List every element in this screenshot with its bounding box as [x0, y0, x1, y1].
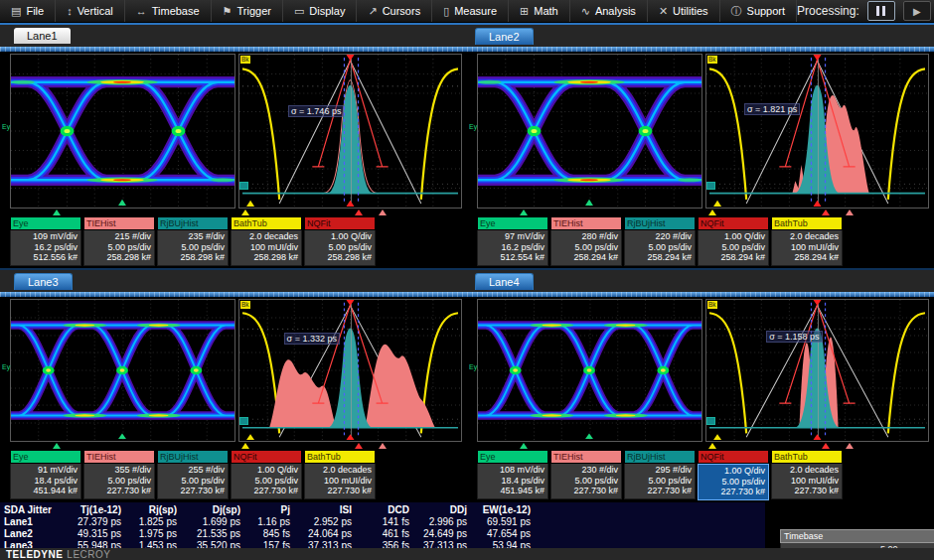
pause-button[interactable]: [867, 1, 895, 21]
tiehist-position-marker[interactable]: [846, 443, 854, 449]
lane4-separator-bar: [467, 292, 934, 297]
descriptor-values: 2.0 decades100 mUI/div227.730 k#: [304, 464, 376, 499]
table-row-lane1[interactable]: Lane1: [0, 516, 68, 528]
descriptor-values: 215 #/div5.00 ps/div258.298 k#: [83, 230, 155, 266]
lane2-tab-row: Lane2: [467, 25, 934, 47]
tab-lane4[interactable]: Lane4: [475, 273, 534, 290]
lane2-section: Lane2 Ey Bk σ = 1.821 ps Eye: [467, 23, 934, 266]
lane1-eye-diagram-panel[interactable]: Ey: [10, 54, 235, 209]
nqfit-position-marker[interactable]: [355, 443, 363, 449]
eye-position-marker[interactable]: [520, 443, 528, 449]
lane4-cursor-markers: [467, 442, 934, 450]
lane4-jitter-histogram-panel[interactable]: Bk σ = 1.158 ps: [705, 299, 929, 442]
menu-label: Measure: [454, 5, 497, 17]
descriptor-tiehist[interactable]: TIEHist 215 #/div5.00 ps/div258.298 k#: [83, 216, 155, 266]
timebase-title: Timebase: [780, 529, 934, 543]
descriptor-rjbujhist[interactable]: RjBUjHist 235 #/div5.00 ps/div258.298 k#: [157, 216, 229, 266]
lane3-descriptors: Eye 91 mV/div18.4 ps/div451.944 k# TIEHi…: [0, 450, 467, 499]
tiehist-position-marker[interactable]: [379, 210, 387, 215]
eye-position-marker[interactable]: [53, 210, 61, 215]
descriptor-title: RjBUjHist: [624, 450, 696, 464]
descriptor-eye[interactable]: Eye 91 mV/div18.4 ps/div451.944 k#: [10, 450, 81, 499]
nqfit-position-marker[interactable]: [355, 210, 363, 215]
cell: 2.952 ps: [294, 516, 356, 528]
cell: 1.16 ps: [244, 516, 294, 528]
descriptor-rjbujhist[interactable]: RjBUjHist 220 #/div5.00 ps/div258.294 k#: [624, 216, 696, 266]
descriptor-eye[interactable]: Eye 108 mV/div18.4 ps/div451.945 k#: [477, 450, 548, 500]
menu-file[interactable]: ▤File: [0, 0, 56, 22]
menu-label: Utilities: [673, 5, 707, 17]
descriptor-bathtub[interactable]: BathTub 2.0 decades100 mUI/div258.298 k#: [231, 216, 302, 266]
display-icon: ▭: [294, 5, 304, 18]
menu-timebase[interactable]: ↔Timebase: [125, 0, 212, 22]
table-row-lane2[interactable]: Lane2: [0, 528, 68, 540]
brand-lecroy: LECROY: [67, 549, 110, 560]
descriptor-tiehist[interactable]: TIEHist 280 #/div5.00 ps/div258.294 k#: [550, 216, 622, 266]
tiehist-position-marker[interactable]: [846, 210, 854, 215]
lane2-eye-diagram-panel[interactable]: Ey: [477, 54, 702, 209]
descriptor-tiehist[interactable]: TIEHist 230 #/div5.00 ps/div227.730 k#: [550, 450, 622, 500]
descriptor-bathtub[interactable]: BathTub 2.0 decades100 mUI/div227.730 k#: [771, 450, 843, 500]
tab-lane1[interactable]: Lane1: [14, 28, 71, 44]
tiehist-position-marker[interactable]: [379, 443, 387, 449]
lane3-jitter-histogram-panel[interactable]: Bk σ = 1.332 ps: [238, 299, 462, 442]
descriptor-nqfit[interactable]: NQFit 1.00 Q/div5.00 ps/div258.294 k#: [698, 216, 769, 266]
menu-analysis[interactable]: ∿Analysis: [570, 0, 648, 22]
lane1-cursor-markers: [0, 209, 467, 216]
bathtub-position-marker[interactable]: [708, 210, 716, 215]
nqfit-position-marker[interactable]: [822, 210, 830, 215]
descriptor-nqfit-selected[interactable]: NQFit 1.00 Q/div5.00 ps/div227.730 k#: [698, 450, 769, 500]
lane3-eye-diagram-panel[interactable]: Ey: [10, 299, 235, 442]
tab-lane3[interactable]: Lane3: [14, 273, 73, 290]
lane1-tab-row: Lane1: [0, 25, 467, 47]
menu-cursors[interactable]: ↗Cursors: [357, 0, 432, 22]
descriptor-tiehist[interactable]: TIEHist 355 #/div5.00 ps/div227.730 k#: [83, 450, 155, 499]
play-button[interactable]: ▶: [903, 1, 931, 21]
lane1-descriptors: Eye 109 mV/div16.2 ps/div512.556 k# TIEH…: [0, 216, 467, 266]
descriptor-title: RjBUjHist: [157, 216, 229, 230]
menu-trigger[interactable]: ⚑Trigger: [212, 0, 283, 22]
lane1-jitter-histogram-panel[interactable]: Bk σ = 1.746 ps: [238, 54, 462, 209]
cell: 2.996 ps: [413, 516, 471, 528]
menu-display[interactable]: ▭Display: [283, 0, 357, 22]
measure-icon: ▯: [443, 5, 449, 18]
descriptor-rjbujhist[interactable]: RjBUjHist 255 #/div5.00 ps/div227.730 k#: [157, 450, 229, 499]
menu-measure[interactable]: ▯Measure: [432, 0, 509, 22]
menu-label: Support: [747, 5, 786, 17]
menu-support[interactable]: ⓘSupport: [720, 0, 798, 22]
descriptor-eye[interactable]: Eye 109 mV/div16.2 ps/div512.556 k#: [10, 216, 81, 266]
descriptor-title: RjBUjHist: [157, 450, 229, 464]
cell: 24.649 ps: [413, 528, 471, 540]
menu-utilities[interactable]: ✕Utilities: [648, 0, 720, 22]
descriptor-rjbujhist[interactable]: RjBUjHist 295 #/div5.00 ps/div227.730 k#: [624, 450, 696, 500]
histogram-bathtub-plot: [239, 300, 461, 441]
descriptor-nqfit[interactable]: NQFit 1.00 Q/div5.00 ps/div227.730 k#: [231, 450, 302, 499]
play-icon: ▶: [913, 6, 921, 17]
tab-lane2[interactable]: Lane2: [475, 28, 534, 45]
support-icon: ⓘ: [731, 4, 742, 19]
bathtub-position-marker[interactable]: [241, 443, 249, 449]
menu-label: File: [26, 5, 44, 17]
menu-vertical[interactable]: ↕Vertical: [56, 0, 125, 22]
menu-math[interactable]: ⊞Math: [509, 0, 570, 22]
bathtub-position-marker[interactable]: [241, 210, 249, 215]
lane4-eye-diagram-panel[interactable]: Ey: [477, 299, 702, 442]
descriptor-bathtub[interactable]: BathTub 2.0 decades100 mUI/div258.294 k#: [771, 216, 843, 266]
nqfit-position-marker[interactable]: [822, 443, 830, 449]
descriptor-values: 280 #/div5.00 ps/div258.294 k#: [550, 230, 622, 266]
bathtub-trace-label: Bk: [707, 56, 717, 64]
bathtub-trace-label: Bk: [707, 301, 717, 309]
descriptor-nqfit[interactable]: NQFit 1.00 Q/div5.00 ps/div258.298 k#: [304, 216, 376, 266]
lane3-section: Lane3 Ey Bk σ = 1.332 ps Eye: [0, 268, 467, 500]
descriptor-bathtub[interactable]: BathTub 2.0 decades100 mUI/div227.730 k#: [304, 450, 376, 499]
descriptor-eye[interactable]: Eye 97 mV/div16.2 ps/div512.554 k#: [477, 216, 548, 266]
rjbuj-trace-marker: [239, 417, 248, 425]
lane2-jitter-histogram-panel[interactable]: Bk σ = 1.821 ps: [705, 54, 929, 209]
eye-position-marker[interactable]: [520, 210, 528, 215]
bathtub-position-marker[interactable]: [708, 443, 716, 449]
descriptor-title: BathTub: [771, 450, 843, 464]
bathtub-trace-label: Bk: [240, 56, 250, 64]
cell: 141 fs: [356, 516, 413, 528]
cell: 1.825 ps: [125, 516, 181, 528]
eye-position-marker[interactable]: [53, 443, 61, 449]
